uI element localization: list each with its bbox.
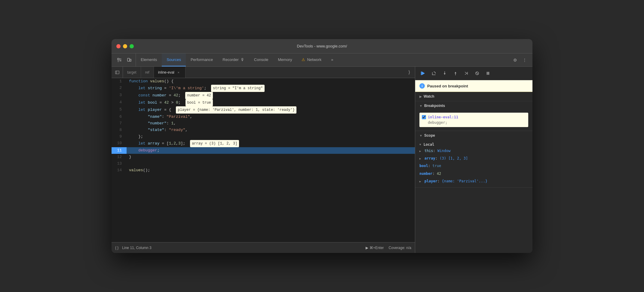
tab-network[interactable]: ⚠ Network: [297, 53, 326, 66]
table-row: 9 };: [112, 133, 415, 140]
svg-marker-7: [444, 73, 446, 75]
svg-rect-3: [115, 71, 119, 74]
tab-performance[interactable]: Performance: [186, 53, 218, 66]
run-button[interactable]: ▶ ⌘+Enter: [366, 246, 384, 250]
tab-bar-icons: [113, 53, 136, 66]
debugger-panel: i Paused on breakpoint ▶ Watch ▼ Breakpo…: [415, 67, 532, 253]
pause-on-exceptions-button[interactable]: [484, 69, 492, 78]
svg-rect-1: [127, 58, 130, 61]
breakpoint-code: debugger;: [428, 120, 458, 125]
svg-marker-4: [422, 71, 425, 75]
settings-icon[interactable]: ⚙: [511, 56, 519, 64]
step-over-button[interactable]: [430, 69, 438, 78]
table-row: 8 "state": "ready",: [112, 127, 415, 133]
scope-item-number: number: 42: [419, 170, 528, 178]
step-button[interactable]: [462, 69, 471, 78]
scope-item-array: array: (3) [1, 2, 3]: [419, 155, 528, 162]
code-editor[interactable]: 1 function values() { 2 let string = 'I\…: [112, 78, 415, 242]
scope-item-bool: bool: true: [419, 162, 528, 170]
table-row: 6 "name": "Parzival",: [112, 114, 415, 120]
close-tab-icon[interactable]: ×: [176, 70, 181, 75]
info-icon: i: [419, 83, 425, 89]
file-tab-target[interactable]: target: [123, 67, 141, 78]
table-row: 2 let string = 'I\'m a string'; string =…: [112, 85, 415, 92]
svg-rect-0: [118, 58, 119, 60]
svg-rect-5: [421, 71, 422, 75]
breakpoint-checkbox[interactable]: [422, 115, 426, 119]
svg-rect-10: [487, 72, 488, 75]
cursor-position: Line 11, Column 3: [122, 246, 151, 250]
tab-memory[interactable]: Memory: [273, 53, 297, 66]
inspector-icon[interactable]: [115, 56, 124, 64]
title-bar: DevTools - www.google.com/: [112, 39, 532, 53]
tab-sources[interactable]: Sources: [162, 53, 186, 66]
table-row: 11 debugger;: [112, 147, 415, 154]
table-row: 3 const number = 42; number = 42: [112, 92, 415, 99]
close-button[interactable]: [116, 44, 121, 48]
paused-message: Paused on breakpoint: [427, 84, 468, 88]
device-toggle-icon[interactable]: [125, 56, 133, 64]
scope-section: ▼ Scope Local this: Window: [415, 131, 532, 188]
scope-item-player: player: {name: 'Parzival'...}: [419, 178, 528, 185]
scope-label: Scope: [424, 133, 435, 138]
status-bar: { } Line 11, Column 3 ▶ ⌘+Enter Coverage…: [112, 242, 415, 253]
tab-list: Elements Sources Performance Recorder 🎙 …: [136, 53, 508, 66]
file-tab-nav-right[interactable]: ⟩: [403, 67, 415, 78]
svg-rect-11: [488, 72, 489, 75]
svg-marker-8: [455, 72, 456, 73]
more-options-icon[interactable]: ⋮: [520, 56, 529, 64]
table-row: 13: [112, 160, 415, 167]
watch-section: ▶ Watch: [415, 92, 532, 101]
breakpoint-item: inline-eval:11 debugger;: [419, 113, 528, 127]
paused-banner: i Paused on breakpoint: [415, 80, 532, 92]
file-tab-inline-eval[interactable]: inline-eval ×: [154, 67, 186, 78]
devtools-window: DevTools - www.google.com/: [112, 39, 532, 253]
table-row: 4 let bool = 42 > 0; bool = true: [112, 99, 415, 106]
resume-button[interactable]: [419, 69, 427, 78]
traffic-lights: [116, 44, 134, 48]
tab-bar: Elements Sources Performance Recorder 🎙 …: [112, 53, 532, 67]
table-row: 1 function values() {: [112, 78, 415, 85]
watch-label: Watch: [424, 94, 434, 99]
table-row: 7 "number": 1,: [112, 120, 415, 127]
table-row: 10 let array = [1,2,3]; array = (3) [1, …: [112, 140, 415, 147]
tab-recorder[interactable]: Recorder 🎙: [218, 53, 249, 66]
breakpoints-label: Breakpoints: [424, 104, 445, 108]
expand-this[interactable]: this: Window: [419, 149, 450, 153]
debugger-toolbar: [415, 67, 532, 80]
table-row: 12 }: [112, 154, 415, 160]
breakpoints-section-header[interactable]: ▼ Breakpoints: [415, 101, 532, 110]
file-tabs: target ref inline-eval × ⟩: [112, 67, 415, 78]
expand-player[interactable]: player: {name: 'Parzival'...}: [419, 179, 487, 183]
maximize-button[interactable]: [130, 44, 134, 48]
devtools-container: Elements Sources Performance Recorder 🎙 …: [112, 53, 532, 253]
step-out-button[interactable]: [451, 69, 460, 78]
table-row: 14 values();: [112, 167, 415, 174]
tab-right-icons: ⚙ ⋮: [508, 53, 531, 66]
table-row: 5 let player = { player = {name: 'Parziv…: [112, 106, 415, 114]
svg-rect-2: [130, 59, 131, 61]
minimize-button[interactable]: [123, 44, 127, 48]
tab-more[interactable]: »: [326, 53, 338, 66]
deactivate-breakpoints-button[interactable]: [473, 69, 481, 78]
tab-console[interactable]: Console: [249, 53, 273, 66]
breakpoints-section: ▼ Breakpoints inline-eval:11 debugger;: [415, 101, 532, 131]
watch-section-header[interactable]: ▶ Watch: [415, 92, 532, 101]
sidebar-toggle[interactable]: [112, 67, 123, 78]
window-title: DevTools - www.google.com/: [297, 44, 347, 48]
step-into-button[interactable]: [440, 69, 449, 78]
format-button[interactable]: { }: [115, 246, 118, 250]
expand-array[interactable]: array: (3) [1, 2, 3]: [419, 156, 468, 160]
breakpoints-body: inline-eval:11 debugger;: [415, 110, 532, 131]
breakpoint-location: inline-eval:11: [428, 114, 458, 120]
scope-local-header[interactable]: Local: [419, 141, 528, 147]
coverage-label: Coverage: n/a: [389, 246, 411, 250]
scope-section-header[interactable]: ▼ Scope: [415, 131, 532, 140]
scope-item-this: this: Window: [419, 147, 528, 155]
scope-local-label: Local: [423, 142, 434, 147]
scope-body: Local this: Window array: (3) [1, 2, 3]: [415, 140, 532, 187]
editor-panel: target ref inline-eval × ⟩: [112, 67, 415, 253]
tab-elements[interactable]: Elements: [136, 53, 162, 66]
sources-layout: target ref inline-eval × ⟩: [112, 67, 532, 253]
file-tab-ref[interactable]: ref: [141, 67, 154, 78]
